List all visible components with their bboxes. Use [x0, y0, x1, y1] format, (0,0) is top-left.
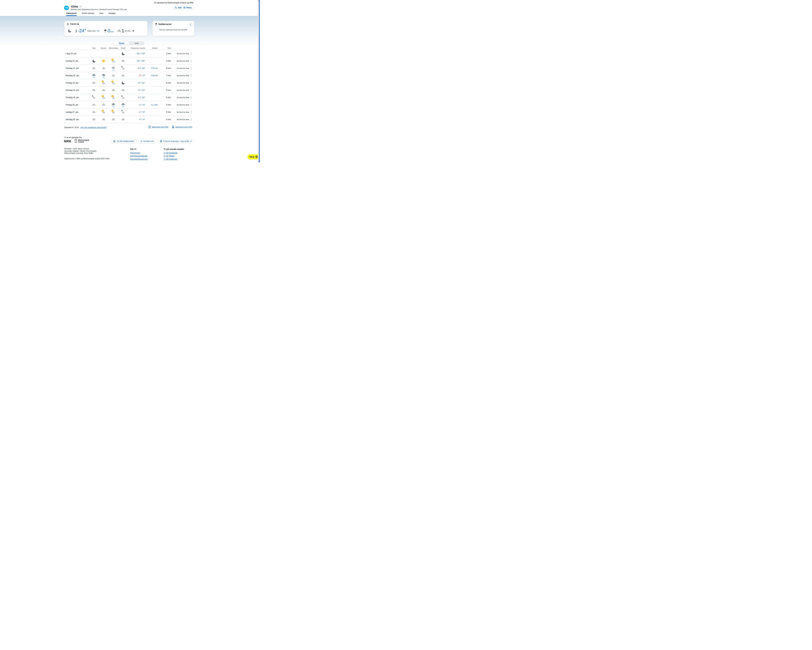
wind-value: 4 m/s [160, 118, 173, 121]
col-vind: Vind [160, 47, 173, 49]
tab-vaervarsel[interactable]: Værvarsel [66, 11, 77, 16]
link-facebook[interactable]: Yr på Facebook [163, 152, 194, 154]
weather-icon-afternoon [108, 87, 118, 93]
scrollbar-thumb[interactable] [259, 0, 260, 162]
forecast-row[interactable]: Lørdag 27. jan. -1°/-6° 3 m/s Se time fo… [64, 109, 192, 116]
weather-icon-afternoon [108, 58, 118, 64]
chevron-right-icon [191, 111, 192, 113]
link-twitter[interactable]: Yr på Twitter [163, 155, 194, 157]
weather-icon-night [89, 95, 99, 100]
scroll-up-icon[interactable] [258, 0, 259, 2]
toggle-tabell[interactable]: Tabell [114, 41, 129, 45]
credit-line: Redaktør: Ingrid Støver Jensen [64, 148, 97, 150]
export-links: Værvarsel som PDF Værvarsel som SVG [148, 125, 192, 128]
update-frequency-link[interactable]: Hvor ofte oppdateres værvarselet? [80, 127, 107, 128]
temperature-high-low: -1°/-9° [128, 104, 147, 106]
forecast-row[interactable]: Tirsdag 23. jan. 0°/-12° 6 m/s Se time f… [64, 79, 192, 87]
col-natt: Natt [89, 47, 99, 49]
forecast-row[interactable]: Onsdag 24. jan. -3°/-11° 5 m/s Se time f… [64, 87, 192, 94]
info-icon [190, 24, 192, 26]
link-informasjonskapsler[interactable]: Informasjonskapsler [130, 155, 161, 157]
see-hour-by-hour-link[interactable]: Se time for time [173, 89, 192, 92]
wind-gust: (2) m/s [125, 30, 130, 32]
met-institute-logo[interactable]: Meteorologisk institutt [74, 139, 89, 143]
see-hour-by-hour-link[interactable]: Se time for time [173, 96, 192, 99]
weather-icon-morning [99, 80, 108, 86]
see-hour-by-hour-link[interactable]: Se time for time [173, 104, 192, 106]
feels-like-value: -24° [96, 30, 100, 32]
see-hour-by-hour-link[interactable]: Se time for time [173, 60, 192, 62]
col-nedbor: Nedbør [147, 47, 160, 49]
footer-column-about: Om Yr Personvern Informasjonskapsler Sam… [130, 148, 161, 162]
service-note: En tjeneste fra Meteorologisk institutt … [154, 2, 194, 4]
weather-icon-evening [118, 117, 128, 122]
language-button[interactable]: Choose language / velg språk [157, 139, 194, 144]
header: En tjeneste fra Meteorologisk institutt … [0, 0, 260, 16]
see-hour-by-hour-link[interactable]: Se time for time [173, 67, 192, 70]
service-from-text: Yr er en tjeneste fra [64, 136, 81, 139]
favorite-star-icon[interactable] [79, 5, 82, 8]
tab-andre-varsler[interactable]: Andre varsler [81, 11, 95, 16]
forecast-row[interactable]: Søndag 28. jan. 0°/-4° 4 m/s Se time for… [64, 116, 192, 123]
social-heading: Yr på sosiale medier [163, 148, 194, 150]
forecast-day-label: Søndag 28. jan. [64, 118, 89, 121]
wind-value: 5 m/s [160, 96, 173, 99]
temperature-high-low: 2°/-3° [128, 74, 147, 77]
see-hour-by-hour-link[interactable]: Se time for time [173, 81, 192, 84]
umbrella-icon [104, 29, 107, 32]
footer-column-social: Yr på sosiale medier Yr på Facebook Yr p… [163, 148, 194, 162]
pdf-file-icon [148, 125, 151, 128]
tab-kart[interactable]: Kart [99, 11, 104, 16]
credit-line: Ansvarlig redaktør: Vibeke Fürst Haugen [64, 150, 97, 152]
see-hour-by-hour-link[interactable]: Se time for time [173, 118, 192, 121]
forecast-row[interactable]: Lørdag 20. jan. -15°/-25° 2 m/s Se time … [64, 57, 192, 65]
chevron-right-icon [191, 89, 192, 92]
forecast-rows: I dag 19. jan. -24°/-24° 2 m/s Se time f… [64, 50, 192, 123]
clock-icon [67, 23, 69, 25]
forecast-row[interactable]: Torsdag 25. jan. -1°/-10° 5 m/s Se time … [64, 94, 192, 101]
toggle-graf[interactable]: Graf [129, 41, 144, 45]
forecast-row[interactable]: Mandag 22. jan. 2°/-3° 4,6 mm 7 m/s Se t… [64, 72, 192, 79]
weather-icon-afternoon [108, 66, 118, 71]
link-personvern[interactable]: Personvern [130, 152, 161, 154]
link-samarbeidspartnere[interactable]: Samarbeidspartnere [130, 158, 161, 160]
wind-value: 6 m/s [160, 82, 173, 84]
chevron-right-icon [191, 104, 192, 106]
menu-button[interactable]: Meny [182, 5, 194, 10]
weather-icon-afternoon [108, 73, 118, 78]
forecast-day-label: Onsdag 24. jan. [64, 89, 89, 91]
wind-value: 5 m/s [160, 104, 173, 106]
weather-icon-evening [118, 73, 128, 78]
pdf-export-link[interactable]: Værvarsel som PDF [148, 125, 169, 128]
page-title: Glöte [71, 5, 78, 8]
precipitation-message: Det blir opphold neste 90 minutter [153, 29, 194, 31]
temperature-high-low: -24°/-24° [128, 52, 147, 55]
about-heading: Om Yr [130, 148, 161, 150]
precipitation-value: 4,1 mm [147, 104, 160, 106]
weather-icon-evening [118, 109, 128, 115]
tab-detaljer[interactable]: Detaljer [108, 11, 116, 16]
svg-export-link[interactable]: Værvarsel som SVG [172, 125, 192, 128]
scroll-down-icon[interactable] [258, 161, 259, 162]
forecast-row[interactable]: Fredag 26. jan. -1°/-9° 4,1 mm 5 m/s Se … [64, 101, 192, 109]
contact-button[interactable]: Kontakt oss [138, 139, 156, 144]
weather-icon-night [89, 66, 99, 71]
nrk-logo[interactable]: NRK [64, 139, 72, 143]
see-hour-by-hour-link[interactable]: Se time for time [173, 111, 192, 113]
chevron-right-icon [191, 67, 192, 70]
forecast-row[interactable]: I dag 19. jan. -24°/-24° 2 m/s Se time f… [64, 50, 192, 57]
link-instagram[interactable]: Yr på Instagram [163, 158, 194, 160]
forecast-row[interactable]: Søndag 21. jan. -6°/-18° 0,5 mm 6 m/s Se… [64, 65, 192, 72]
yr-logo[interactable]: YR [64, 6, 69, 10]
scrollbar-track[interactable] [258, 0, 259, 162]
help-fab-button[interactable]: Hjelp [247, 154, 259, 159]
see-hour-by-hour-link[interactable]: Se time for time [173, 74, 192, 77]
weather-icon-morning [99, 117, 108, 122]
precipitation-card: Nedbørvarsel Det blir opphold neste 90 m… [153, 21, 194, 36]
weather-icon-night [89, 117, 99, 122]
see-hour-by-hour-link[interactable]: Se time for time [173, 52, 192, 55]
weather-icon-morning [99, 95, 108, 100]
info-button[interactable] [189, 23, 192, 26]
help-articles-button[interactable]: Se alle hjelpeartikler [111, 139, 136, 144]
yr-weather-page: En tjeneste fra Meteorologisk institutt … [0, 0, 260, 162]
